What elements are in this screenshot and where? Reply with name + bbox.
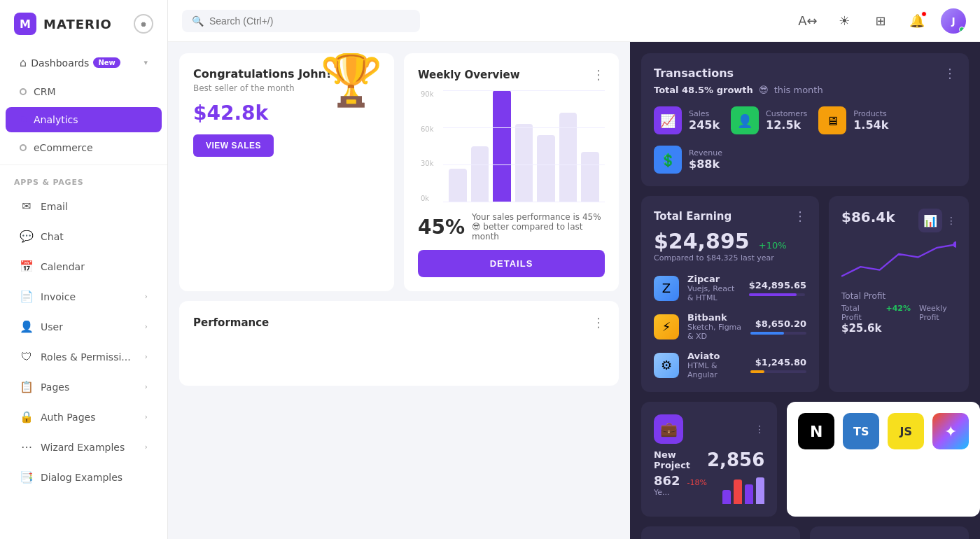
sidebar-item-dashboards[interactable]: ⌂ Dashboards New ▾ — [6, 49, 162, 76]
sidebar-item-email[interactable]: ✉ Email — [6, 192, 162, 220]
theme-icon[interactable]: ☀ — [832, 8, 857, 34]
growth-text: Total 48.5% growth — [654, 85, 753, 95]
sidebar-item-pages[interactable]: 📋 Pages › — [6, 373, 162, 400]
details-button[interactable]: DETAILS — [418, 250, 605, 277]
weekly-overview-card: Weekly Overview ⋮ 90k 60k — [404, 53, 619, 291]
transactions-subtitle: Total 48.5% growth 😎 this month — [654, 85, 956, 95]
notifications-button[interactable]: 🔔 — [904, 8, 930, 34]
trans-row-aviato: ⚙ Aviato HTML & Angular $1,245.80 — [654, 351, 806, 379]
view-sales-button[interactable]: VIEW SALES — [193, 134, 274, 157]
sidebar-item-crm[interactable]: CRM — [6, 79, 162, 104]
profit-bottom: Total Profit $25.6k +42% Weekly Profit — [841, 304, 956, 335]
chevron-right-icon-auth: › — [145, 412, 148, 421]
content-area: Congratulations John! 🥳 Best seller of t… — [168, 42, 980, 539]
weekly-percentage: 45% — [418, 216, 465, 239]
products-icon: 🖥 — [818, 106, 846, 134]
sidebar-item-user[interactable]: 👤 User › — [6, 313, 162, 340]
pages-icon: 📋 — [20, 380, 34, 393]
search-input[interactable] — [209, 15, 410, 27]
grid-icon[interactable]: ⊞ — [868, 8, 893, 34]
transactions-menu-dots[interactable]: ⋮ — [944, 66, 956, 80]
zipcar-amount-col: $24,895.65 — [749, 280, 806, 296]
topbar: 🔍 A↔ ☀ ⊞ 🔔 J — [168, 0, 980, 42]
avatar[interactable]: J — [941, 8, 966, 34]
bitbank-logo: ⚡ — [654, 314, 679, 340]
dashboards-badge: New — [93, 57, 120, 68]
stat-customers: 👤 Customers 12.5k — [731, 106, 807, 134]
sidebar-divider — [0, 164, 167, 165]
chevron-right-icon: › — [145, 292, 148, 301]
profit-menu-dots[interactable]: ⋮ — [946, 215, 956, 226]
weekly-chart: 90k 60k 30k 0k — [418, 90, 605, 202]
project-sub-row: 862 -18% — [654, 473, 707, 488]
bitbank-name: Bitbank — [687, 312, 742, 323]
sidebar-item-calendar[interactable]: 📅 Calendar — [6, 253, 162, 280]
app-name: MATERIO — [43, 17, 112, 31]
transactions-title: Transactions — [654, 66, 734, 80]
products-info: Products 1.54k — [853, 109, 888, 132]
trans-row-zipcar: Z Zipcar Vuejs, React & HTML $24,895.65 — [654, 274, 806, 302]
aviato-logo: ⚙ — [654, 353, 679, 378]
transaction-list: Z Zipcar Vuejs, React & HTML $24,895.65 — [654, 274, 806, 379]
sidebar-item-dialog[interactable]: 📑 Dialog Examples — [6, 463, 162, 491]
revenue-label: Revenue — [689, 148, 722, 158]
sidebar-item-ecommerce[interactable]: eCommerce — [6, 135, 162, 160]
dashboards-label: Dashboards — [31, 57, 89, 69]
chevron-down-icon: ▾ — [144, 58, 148, 67]
project-title-label: New Project — [654, 449, 707, 470]
bottom-row: 💼 ⋮ New Project 862 -18% Ye... — [641, 402, 969, 517]
sales-icon: 📈 — [654, 106, 682, 134]
bitbank-progress-fill — [750, 332, 784, 335]
sidebar-item-label-roles: Roles & Permissi... — [41, 351, 131, 363]
record-icon[interactable]: ⏺ — [134, 14, 153, 34]
withdraw-card: Withdraw View All — [810, 526, 969, 539]
y-label-0k: 0k — [421, 195, 434, 202]
project-menu-dots[interactable]: ⋮ — [755, 424, 764, 435]
sidebar-item-label-email: Email — [41, 201, 68, 212]
project-icon: 💼 — [654, 414, 683, 444]
sidebar-item-analytics[interactable]: Analytics — [6, 107, 162, 132]
sidebar-item-roles[interactable]: 🛡 Roles & Permissi... › — [6, 343, 162, 370]
zipcar-tech: Vuejs, React & HTML — [687, 284, 741, 302]
bitbank-amount-col: $8,650.20 — [750, 318, 806, 335]
revenue-icon: 💲 — [654, 146, 682, 174]
performance-menu-dots[interactable]: ⋮ — [592, 315, 605, 330]
aviato-name: Aviato — [687, 351, 742, 361]
sidebar-item-label-invoice: Invoice — [41, 291, 76, 302]
sidebar-item-label-user: User — [41, 321, 63, 332]
profit-label: Total Profit — [841, 291, 956, 301]
performance-chart-placeholder — [193, 330, 605, 372]
chevron-right-icon-wizard: › — [145, 442, 148, 451]
zipcar-name: Zipcar — [687, 274, 741, 284]
sidebar-item-auth[interactable]: 🔒 Auth Pages › — [6, 403, 162, 430]
search-bar[interactable]: 🔍 — [182, 10, 420, 32]
section-label-apps: APPS & PAGES — [0, 168, 167, 191]
sidebar-item-invoice[interactable]: 📄 Invoice › — [6, 283, 162, 310]
tech-logos: N TS JS ✦ — [798, 413, 969, 449]
mini-bar-3 — [745, 484, 753, 504]
earning-title: Total Earning — [654, 210, 732, 223]
transactions-header: Transactions ⋮ — [654, 66, 956, 80]
lock-icon: 🔒 — [20, 410, 34, 424]
home-icon: ⌂ — [20, 56, 27, 69]
mini-bars — [707, 476, 764, 504]
earning-header: Total Earning ⋮ — [654, 209, 806, 223]
sidebar-item-label-dialog: Dialog Examples — [41, 472, 122, 483]
deposit-withdraw-row: Deposit View All Withdraw View All — [641, 526, 969, 539]
sales-label: Sales — [689, 109, 720, 118]
products-label: Products — [853, 109, 888, 118]
customers-icon: 👤 — [731, 106, 759, 134]
project-count: 2,856 — [707, 449, 764, 470]
shield-icon: 🛡 — [20, 350, 34, 363]
aviato-progress-fill — [750, 370, 764, 373]
sidebar-item-wizard[interactable]: ⋯ Wizard Examples › — [6, 433, 162, 461]
earning-row: Total Earning ⋮ $24,895 +10% Compared to… — [641, 196, 969, 392]
weekly-menu-dots[interactable]: ⋮ — [592, 67, 605, 82]
customers-label: Customers — [766, 109, 807, 118]
calendar-icon: 📅 — [20, 260, 34, 273]
translate-icon[interactable]: A↔ — [795, 8, 820, 34]
sidebar-item-chat[interactable]: 💬 Chat — [6, 223, 162, 250]
earning-menu-dots[interactable]: ⋮ — [794, 209, 806, 223]
earning-growth: +10% — [759, 240, 787, 251]
total-earning-card: Total Earning ⋮ $24,895 +10% Compared to… — [641, 196, 819, 392]
